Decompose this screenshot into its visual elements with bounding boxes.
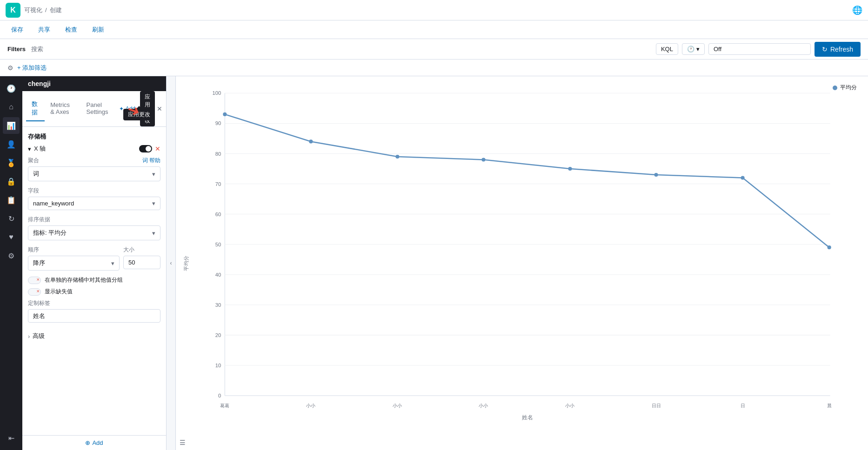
svg-point-25 bbox=[395, 155, 399, 159]
sidebar-icon-expand[interactable]: ⇤ bbox=[3, 430, 20, 446]
filterbar-right: KQL 🕐 ▾ ↻ Refresh bbox=[656, 42, 861, 57]
share-button[interactable]: 共享 bbox=[34, 24, 54, 36]
save-button[interactable]: 保存 bbox=[7, 24, 27, 36]
legend-icon-button[interactable]: ☰ bbox=[180, 439, 186, 446]
add-plus-icon: ⊕ bbox=[85, 439, 90, 446]
breadcrumb-current: 创建 bbox=[50, 6, 62, 14]
aggregation-label: 聚合 词 帮助 bbox=[28, 157, 160, 165]
breadcrumb-separator: / bbox=[45, 7, 47, 13]
sidebar-icon-docs[interactable]: 📋 bbox=[3, 192, 20, 208]
settings-row: ⚙ + 添加筛选 bbox=[0, 60, 868, 76]
svg-text:日: 日 bbox=[741, 403, 745, 408]
advanced-row[interactable]: › 高级 bbox=[28, 328, 160, 344]
other-bucket-toggle[interactable] bbox=[28, 277, 41, 284]
legend-row: ☰ bbox=[180, 439, 186, 446]
advanced-chevron: › bbox=[28, 333, 30, 340]
missing-values-toggle[interactable] bbox=[28, 288, 41, 296]
globe-icon: 🌐 bbox=[852, 5, 862, 15]
aggregation-help[interactable]: 词 帮助 bbox=[142, 157, 160, 165]
refresh-label: Refresh bbox=[830, 46, 853, 53]
x-axis-controls: ✕ bbox=[139, 145, 160, 152]
y-axis-label: 平均分 bbox=[183, 256, 190, 271]
svg-text:70: 70 bbox=[215, 181, 221, 187]
sidebar-icon-refresh[interactable]: ↻ bbox=[3, 210, 20, 227]
app-logo: K bbox=[6, 3, 20, 18]
top-bar: K 可视化 / 创建 🌐 bbox=[0, 0, 868, 20]
refresh-action-button[interactable]: 刷新 bbox=[88, 24, 108, 36]
off-input[interactable] bbox=[708, 43, 811, 55]
sort-caret: ▾ bbox=[152, 230, 155, 237]
svg-text:10: 10 bbox=[215, 363, 221, 368]
order-col: 顺序 降序 ▾ bbox=[28, 246, 120, 271]
add-bottom-area: ⊕ Add bbox=[22, 435, 166, 450]
svg-text:60: 60 bbox=[215, 212, 221, 217]
order-select[interactable]: 降序 ▾ bbox=[28, 256, 120, 271]
sidebar-icon-gear[interactable]: ⚙ bbox=[3, 247, 20, 264]
sort-label: 排序依据 bbox=[28, 216, 160, 224]
clock-icon: 🕐 bbox=[687, 46, 694, 53]
order-row: 顺序 降序 ▾ 大小 bbox=[28, 246, 160, 271]
sidebar-icon-heart[interactable]: ♥ bbox=[3, 229, 20, 245]
x-axis-toggle[interactable] bbox=[139, 145, 152, 152]
time-button[interactable]: 🕐 ▾ bbox=[682, 43, 705, 55]
sidebar-icon-lock[interactable]: 🔒 bbox=[3, 173, 20, 190]
svg-text:晨: 晨 bbox=[827, 403, 832, 408]
collapse-handle[interactable]: ‹ bbox=[167, 76, 176, 450]
size-label: 大小 bbox=[123, 246, 160, 254]
app-sidebar: 🕐 ⌂ 📊 👤 🏅 🔒 📋 ↻ ♥ ⚙ ⇤ bbox=[0, 76, 22, 450]
svg-text:姓名: 姓名 bbox=[522, 414, 533, 421]
field-label-text: 字段 bbox=[28, 187, 39, 195]
size-input[interactable] bbox=[123, 256, 160, 269]
svg-text:100: 100 bbox=[213, 90, 221, 96]
x-axis-chevron[interactable]: ▾ bbox=[28, 146, 31, 152]
svg-text:小小: 小小 bbox=[393, 403, 402, 408]
aggregation-caret: ▾ bbox=[152, 171, 155, 178]
legend-dot bbox=[833, 86, 837, 90]
advanced-label: 高级 bbox=[33, 332, 45, 340]
tab-panel-settings[interactable]: Panel Settings bbox=[81, 98, 116, 120]
sidebar-icon-home[interactable]: ⌂ bbox=[3, 99, 20, 115]
field-select[interactable]: name_keyword ▾ bbox=[28, 197, 160, 210]
order-label-text: 顺序 bbox=[28, 246, 39, 254]
legend-label: 平均分 bbox=[840, 84, 857, 92]
x-axis-text: X 轴 bbox=[34, 145, 46, 153]
close-panel-button[interactable]: ✕ bbox=[157, 105, 162, 112]
sidebar-icon-user[interactable]: 👤 bbox=[3, 136, 20, 152]
x-axis-close[interactable]: ✕ bbox=[155, 145, 160, 152]
chart-area: 平均分 平均分 100 90 80 70 60 bbox=[176, 76, 868, 450]
sort-label-text: 排序依据 bbox=[28, 216, 50, 224]
svg-text:20: 20 bbox=[215, 332, 221, 338]
chart-legend: 平均分 bbox=[833, 84, 857, 92]
svg-text:0: 0 bbox=[218, 393, 221, 398]
add-filter-button[interactable]: + 添加筛选 bbox=[17, 64, 47, 72]
field-value: name_keyword bbox=[33, 200, 74, 207]
sidebar-icon-medal[interactable]: 🏅 bbox=[3, 154, 20, 171]
aggregation-label-text: 聚合 bbox=[28, 157, 39, 165]
svg-point-23 bbox=[223, 112, 227, 116]
aggregation-select[interactable]: 词 ▾ bbox=[28, 166, 160, 181]
chart-svg: 100 90 80 70 60 50 40 30 20 10 bbox=[194, 84, 861, 424]
svg-text:小小: 小小 bbox=[566, 403, 575, 408]
refresh-icon: ↻ bbox=[822, 46, 828, 53]
sidebar-icon-clock[interactable]: 🕐 bbox=[3, 80, 20, 97]
missing-values-row: 显示缺失值 bbox=[28, 288, 160, 296]
kql-button[interactable]: KQL bbox=[656, 43, 678, 55]
panel-title: chengji bbox=[28, 80, 51, 87]
order-label: 顺序 bbox=[28, 246, 120, 254]
tab-data[interactable]: 数据 bbox=[26, 96, 45, 121]
sort-value: 指标: 平均分 bbox=[33, 229, 67, 237]
tab-metrics-axes[interactable]: Metrics & Axes bbox=[45, 98, 80, 120]
filters-label: Filters bbox=[7, 46, 26, 53]
refresh-button[interactable]: ↻ Refresh bbox=[815, 42, 861, 57]
custom-label-text: 定制标签 bbox=[28, 299, 50, 307]
add-bottom-button[interactable]: ⊕ Add bbox=[85, 439, 103, 446]
topbar-right: 🌐 bbox=[852, 5, 862, 15]
sort-group: 排序依据 指标: 平均分 ▾ bbox=[28, 216, 160, 240]
inspect-button[interactable]: 检查 bbox=[61, 24, 81, 36]
custom-label-input[interactable] bbox=[28, 309, 160, 323]
settings-gear-icon[interactable]: ⚙ bbox=[7, 64, 13, 72]
sort-select[interactable]: 指标: 平均分 ▾ bbox=[28, 225, 160, 240]
svg-point-26 bbox=[481, 158, 485, 161]
sidebar-icon-chart[interactable]: 📊 bbox=[3, 117, 20, 134]
svg-point-29 bbox=[741, 176, 745, 179]
